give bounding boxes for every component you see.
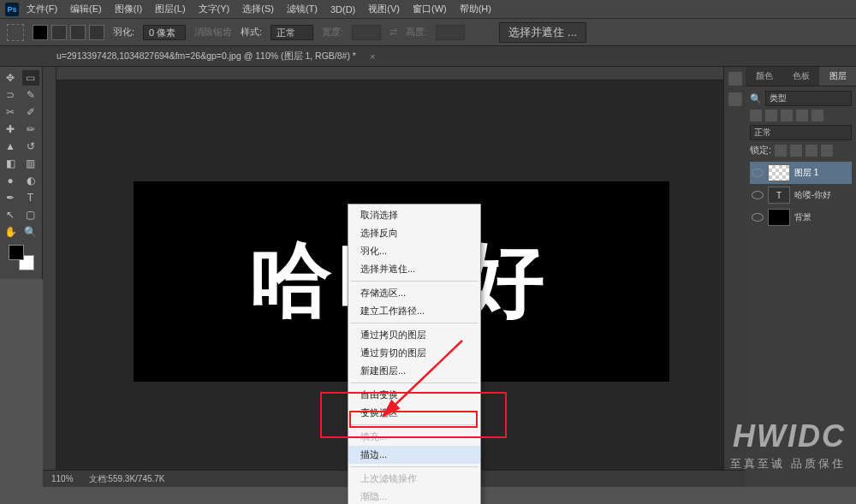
context-menu-item[interactable]: 选择并遮住...	[348, 260, 480, 278]
style-select[interactable]: 正常	[270, 25, 313, 40]
close-tab-icon[interactable]: ×	[365, 51, 380, 62]
path-select-icon[interactable]: ↖	[2, 207, 19, 222]
context-menu-separator	[350, 466, 479, 467]
stamp-tool-icon[interactable]: ▲	[2, 139, 19, 154]
antialias-checkbox: 消除锯齿	[194, 26, 232, 39]
tab-layers[interactable]: 图层	[819, 67, 856, 86]
menu-type[interactable]: 文字(Y)	[193, 1, 235, 17]
eraser-tool-icon[interactable]: ◧	[2, 156, 19, 171]
shape-tool-icon[interactable]: ▢	[22, 207, 39, 222]
context-menu-item[interactable]: 描边...	[348, 446, 480, 464]
blur-tool-icon[interactable]: ●	[2, 173, 19, 188]
document-tab-bar: u=2913397428,1034827694&fm=26&gp=0.jpg @…	[0, 46, 856, 67]
context-menu-item[interactable]: 通过拷贝的图层	[348, 326, 480, 344]
layer-thumbnail[interactable]	[768, 209, 790, 226]
menu-help[interactable]: 帮助(H)	[455, 1, 496, 17]
context-menu-item[interactable]: 取消选择	[348, 206, 480, 224]
hand-tool-icon[interactable]: ✋	[2, 224, 19, 240]
panels-dock: 颜色 色板 图层 🔍 类型 正常 锁定:	[745, 67, 856, 487]
context-menu-item[interactable]: 选择反向	[348, 224, 480, 242]
marquee-tool-icon[interactable]	[7, 24, 24, 41]
menu-select[interactable]: 选择(S)	[237, 1, 279, 17]
menu-file[interactable]: 文件(F)	[21, 1, 62, 17]
layer-row[interactable]: 背景	[750, 206, 852, 228]
filter-type-select[interactable]: 类型	[765, 91, 852, 106]
properties-panel-icon[interactable]	[728, 92, 742, 106]
new-selection-icon[interactable]	[33, 25, 48, 40]
width-label: 宽度:	[322, 26, 343, 39]
tab-color[interactable]: 颜色	[746, 67, 782, 86]
context-menu-item[interactable]: 建立工作路径...	[348, 302, 480, 320]
filter-pixel-icon[interactable]	[750, 110, 762, 122]
dodge-tool-icon[interactable]: ◐	[22, 173, 39, 188]
feather-label: 羽化:	[113, 26, 134, 39]
search-icon[interactable]: 🔍	[750, 93, 762, 104]
gradient-tool-icon[interactable]: ▥	[22, 156, 39, 171]
eyedropper-tool-icon[interactable]: ✐	[22, 104, 39, 120]
zoom-tool-icon[interactable]: 🔍	[22, 224, 39, 240]
intersect-selection-icon[interactable]	[89, 25, 104, 40]
add-selection-icon[interactable]	[51, 25, 67, 40]
subtract-selection-icon[interactable]	[70, 25, 86, 40]
quick-select-tool-icon[interactable]: ✎	[22, 87, 39, 103]
feather-input[interactable]: 0 像素	[143, 25, 186, 40]
visibility-icon[interactable]	[752, 169, 764, 177]
history-panel-icon[interactable]	[728, 72, 742, 86]
panel-tabs: 颜色 色板 图层	[746, 67, 856, 86]
lock-pixels-icon[interactable]	[790, 145, 802, 157]
context-menu-item[interactable]: 变换选区	[348, 404, 480, 422]
filter-smart-icon[interactable]	[811, 110, 823, 122]
context-menu-item: 填充...	[348, 428, 480, 446]
move-tool-icon[interactable]: ✥	[2, 70, 19, 86]
context-menu-item: 上次滤镜操作	[348, 470, 480, 488]
menu-filter[interactable]: 滤镜(T)	[282, 1, 323, 17]
context-menu-item[interactable]: 通过剪切的图层	[348, 344, 480, 362]
menu-edit[interactable]: 编辑(E)	[65, 1, 107, 17]
menu-image[interactable]: 图像(I)	[110, 1, 147, 17]
lock-position-icon[interactable]	[805, 145, 817, 157]
layer-list: 图层 1 T 哈喽-你好 背景	[750, 162, 852, 228]
filter-type-icon[interactable]	[781, 110, 793, 122]
context-menu-item[interactable]: 新建图层...	[348, 362, 480, 380]
filter-adjust-icon[interactable]	[765, 110, 777, 122]
toolbox: ✥ ▭ ⊃ ✎ ✂ ✐ ✚ ✏ ▲ ↺ ◧ ▥ ● ◐ ✒ T ↖ ▢ ✋ 🔍	[0, 67, 43, 279]
lock-transparent-icon[interactable]	[775, 145, 787, 157]
type-layer-icon[interactable]: T	[768, 187, 790, 204]
zoom-level[interactable]: 110%	[51, 474, 74, 483]
context-menu-item[interactable]: 羽化...	[348, 242, 480, 260]
lock-label: 锁定:	[750, 144, 771, 157]
foreground-color[interactable]	[9, 245, 24, 260]
layer-row[interactable]: T 哈喽-你好	[750, 184, 852, 206]
type-tool-icon[interactable]: T	[22, 190, 39, 205]
height-input	[436, 25, 465, 40]
marquee-tool-icon[interactable]: ▭	[22, 70, 39, 86]
document-tab[interactable]: u=2913397428,1034827694&fm=26&gp=0.jpg @…	[48, 48, 365, 65]
style-label: 样式:	[241, 26, 262, 39]
layer-row[interactable]: 图层 1	[750, 162, 852, 184]
brush-tool-icon[interactable]: ✏	[22, 122, 39, 137]
tab-swatches[interactable]: 色板	[782, 67, 819, 86]
menu-view[interactable]: 视图(V)	[363, 1, 405, 17]
select-and-mask-button[interactable]: 选择并遮住 ...	[499, 22, 586, 43]
lock-all-icon[interactable]	[821, 145, 833, 157]
menu-3d[interactable]: 3D(D)	[325, 3, 360, 16]
healing-tool-icon[interactable]: ✚	[2, 122, 19, 137]
pen-tool-icon[interactable]: ✒	[2, 190, 19, 205]
visibility-icon[interactable]	[752, 191, 764, 199]
visibility-icon[interactable]	[752, 213, 764, 222]
filter-shape-icon[interactable]	[796, 110, 808, 122]
ruler-horizontal	[56, 67, 745, 80]
history-brush-icon[interactable]: ↺	[22, 139, 39, 154]
menubar: Ps 文件(F) 编辑(E) 图像(I) 图层(L) 文字(Y) 选择(S) 滤…	[0, 0, 856, 19]
blend-mode-select[interactable]: 正常	[750, 125, 852, 140]
crop-tool-icon[interactable]: ✂	[2, 104, 19, 120]
context-menu-item[interactable]: 存储选区...	[348, 284, 480, 302]
menu-window[interactable]: 窗口(W)	[407, 1, 452, 17]
lasso-tool-icon[interactable]: ⊃	[2, 87, 19, 103]
layers-panel: 🔍 类型 正常 锁定:	[746, 86, 856, 233]
menu-layer[interactable]: 图层(L)	[150, 1, 190, 17]
layer-name: 图层 1	[794, 167, 818, 179]
layer-thumbnail[interactable]	[768, 164, 790, 181]
context-menu-item[interactable]: 自由变换	[348, 386, 480, 404]
color-swatches[interactable]	[9, 245, 34, 270]
